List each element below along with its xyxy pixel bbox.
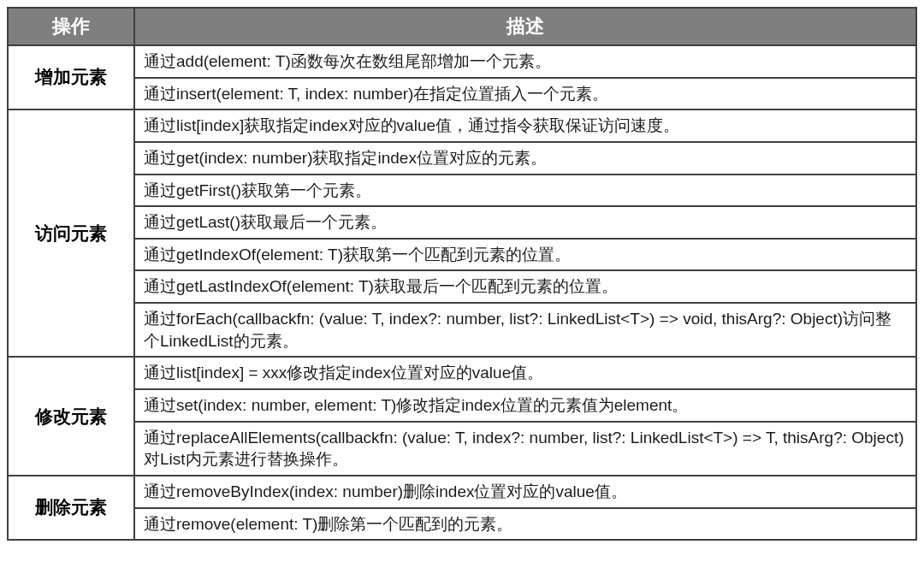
description-cell: 通过list[index] = xxx修改指定index位置对应的value值。 xyxy=(134,357,916,389)
table-row: 通过set(index: number, element: T)修改指定inde… xyxy=(8,389,916,422)
description-cell: 通过insert(element: T, index: number)在指定位置… xyxy=(134,78,916,110)
header-operation: 操作 xyxy=(8,8,134,45)
description-cell: 通过add(element: T)函数每次在数组尾部增加一个元素。 xyxy=(134,45,916,78)
operation-cell-delete: 删除元素 xyxy=(8,476,134,540)
operation-cell-access: 访问元素 xyxy=(8,109,134,357)
description-cell: 通过remove(element: T)删除第一个匹配到的元素。 xyxy=(134,508,916,541)
description-cell: 通过list[index]获取指定index对应的value值，通过指令获取保证… xyxy=(134,109,916,142)
table-row: 通过remove(element: T)删除第一个匹配到的元素。 xyxy=(8,508,916,541)
table-row: 删除元素 通过removeByIndex(index: number)删除ind… xyxy=(8,476,916,508)
description-cell: 通过set(index: number, element: T)修改指定inde… xyxy=(134,389,916,422)
table-row: 访问元素 通过list[index]获取指定index对应的value值，通过指… xyxy=(8,109,916,142)
header-description: 描述 xyxy=(134,8,916,45)
api-reference-table: 操作 描述 增加元素 通过add(element: T)函数每次在数组尾部增加一… xyxy=(7,7,917,541)
operation-cell-add: 增加元素 xyxy=(8,45,134,109)
description-cell: 通过getLast()获取最后一个元素。 xyxy=(134,206,916,239)
description-cell: 通过getIndexOf(element: T)获取第一个匹配到元素的位置。 xyxy=(134,239,916,271)
table-row: 通过getLast()获取最后一个元素。 xyxy=(8,206,916,239)
operation-cell-modify: 修改元素 xyxy=(8,357,134,476)
table-row: 通过replaceAllElements(callbackfn: (value:… xyxy=(8,422,916,476)
description-cell: 通过getLastIndexOf(element: T)获取最后一个匹配到元素的… xyxy=(134,270,916,303)
table-row: 增加元素 通过add(element: T)函数每次在数组尾部增加一个元素。 xyxy=(8,45,916,78)
table-header-row: 操作 描述 xyxy=(8,8,916,45)
table-row: 修改元素 通过list[index] = xxx修改指定index位置对应的va… xyxy=(8,357,916,389)
description-cell: 通过removeByIndex(index: number)删除index位置对… xyxy=(134,476,916,508)
table-body: 增加元素 通过add(element: T)函数每次在数组尾部增加一个元素。 通… xyxy=(8,45,916,540)
table-row: 通过getLastIndexOf(element: T)获取最后一个匹配到元素的… xyxy=(8,270,916,303)
table-row: 通过getFirst()获取第一个元素。 xyxy=(8,175,916,207)
api-reference-table-container: 操作 描述 增加元素 通过add(element: T)函数每次在数组尾部增加一… xyxy=(7,7,917,541)
table-row: 通过forEach(callbackfn: (value: T, index?:… xyxy=(8,303,916,357)
description-cell: 通过getFirst()获取第一个元素。 xyxy=(134,175,916,207)
description-cell: 通过forEach(callbackfn: (value: T, index?:… xyxy=(134,303,916,357)
description-cell: 通过get(index: number)获取指定index位置对应的元素。 xyxy=(134,142,916,175)
table-row: 通过getIndexOf(element: T)获取第一个匹配到元素的位置。 xyxy=(8,239,916,271)
table-row: 通过get(index: number)获取指定index位置对应的元素。 xyxy=(8,142,916,175)
table-row: 通过insert(element: T, index: number)在指定位置… xyxy=(8,78,916,110)
description-cell: 通过replaceAllElements(callbackfn: (value:… xyxy=(134,422,916,476)
